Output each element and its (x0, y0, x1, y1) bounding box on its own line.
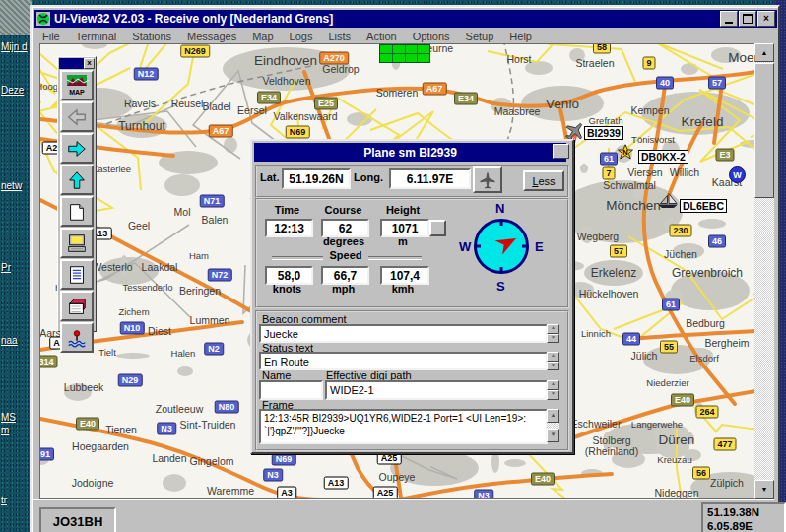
desktop-icon-label[interactable]: MS (1, 412, 31, 423)
name-field[interactable] (259, 380, 323, 400)
course-label: Course (321, 204, 365, 216)
town-label: Grevenbroich (672, 266, 743, 280)
road-badge: 477 (713, 438, 736, 451)
toolbar-close-button[interactable]: x (84, 58, 95, 69)
station-label[interactable]: BI2939 (584, 126, 623, 140)
frame-scroll-up[interactable]: ▲ (547, 409, 559, 423)
frame-scrollbar[interactable]: ▲ ▼ (547, 409, 559, 442)
status-text-spinner[interactable]: ▲▼ (547, 352, 559, 370)
road-badge: 264 (695, 406, 718, 419)
station-boat-icon[interactable] (656, 192, 680, 213)
beacon-comment-field[interactable]: Juecke (259, 324, 548, 343)
town-label: Laakdal (142, 261, 178, 273)
town-label: Kasterlee (92, 164, 131, 174)
digi-path-field[interactable]: WIDE2-1 (325, 380, 548, 400)
map-button[interactable]: MAP (60, 70, 94, 100)
terminal-button[interactable] (60, 228, 94, 258)
town-label: Zoutleeuw (156, 403, 203, 415)
wx-station-icon[interactable]: W (729, 166, 746, 183)
less-button[interactable]: Less (523, 170, 564, 191)
road-badge: N3 (157, 423, 176, 435)
status-text-field[interactable]: En Route (259, 352, 548, 370)
forward-button[interactable] (60, 133, 94, 164)
up-button[interactable] (60, 165, 94, 195)
scroll-down-button[interactable]: ▼ (754, 480, 774, 499)
road-badge: 7 (602, 167, 615, 180)
toolbar-buttons: MAP (59, 70, 95, 353)
town-label: Someren (376, 87, 419, 99)
less-button-label: Less (532, 175, 555, 187)
town-label: Krefeld (682, 114, 724, 129)
town-label: Horst (506, 53, 531, 65)
road-badge: 61 (600, 153, 618, 166)
station-star-icon[interactable]: N (617, 144, 634, 166)
menu-lists[interactable]: Lists (320, 29, 359, 44)
road-badge: 61 (662, 299, 680, 311)
scrollbar-thumb[interactable] (754, 63, 774, 198)
log-icon (66, 264, 88, 286)
close-button[interactable]: × (757, 11, 775, 27)
menu-logs[interactable]: Logs (282, 29, 321, 44)
town-label: Bergheim (705, 337, 750, 349)
lat-field[interactable]: 51.19.26N (282, 168, 351, 189)
menu-messages[interactable]: Messages (179, 29, 244, 44)
town-label: Straelen (575, 57, 614, 69)
town-label: Oupeye (379, 471, 416, 483)
road-badge: N12 (134, 68, 159, 81)
station-label[interactable]: DL6EBC (680, 199, 727, 213)
course-unit-label: degrees (315, 235, 372, 247)
window-titlebar[interactable]: UI-View32 V2.03 - Receive only [Nederlan… (34, 10, 777, 28)
frame-field[interactable]: 12:13:45R BI2939>UQ1YR6,WIDE2-1 Port=1 <… (259, 409, 548, 444)
station-label[interactable]: DB0KX-2 (638, 150, 688, 164)
menu-options[interactable]: Options (405, 29, 458, 44)
road-badge: 40 (656, 77, 674, 90)
minimize-button[interactable] (720, 11, 738, 27)
town-label: Eersel (237, 104, 267, 116)
desktop-icon-label[interactable]: Pr (1, 262, 31, 273)
frame-line2: `|'}qpZ'/'"?]}Juecke (264, 425, 543, 437)
time-field[interactable]: 12:13 (265, 219, 313, 237)
frame-scroll-down[interactable]: ▼ (547, 429, 559, 442)
notepad-button[interactable] (60, 291, 94, 321)
menu-help[interactable]: Help (501, 29, 540, 44)
menu-setup[interactable]: Setup (458, 29, 502, 44)
time-label: Time (265, 204, 309, 216)
menu-terminal[interactable]: Terminal (68, 29, 125, 44)
road-badge: 55 (660, 341, 678, 354)
desktop-icon-label[interactable]: Mijn d (1, 41, 31, 52)
maximize-button[interactable] (739, 11, 756, 27)
toolbar-titlebar[interactable]: x (59, 58, 95, 69)
road-badge: 44 (622, 333, 640, 346)
desktop-icon-label[interactable]: Deze (1, 85, 31, 96)
beacon-button[interactable] (60, 322, 94, 353)
desktop-icon-label[interactable]: naa (1, 335, 31, 346)
town-label: Valkenswaard (273, 110, 337, 122)
map-vertical-scrollbar[interactable]: ▲ ▼ (754, 43, 774, 497)
dialog-titlebar[interactable]: Plane sm BI2939 (254, 143, 566, 162)
long-field[interactable]: 6.11.97E (389, 168, 471, 189)
knots-label: knots (265, 283, 309, 295)
dialog-title-button[interactable] (553, 144, 569, 159)
beacon-comment-spinner[interactable]: ▲▼ (547, 324, 559, 343)
menu-map[interactable]: Map (244, 29, 281, 44)
town-label: Lubbeek (64, 381, 103, 393)
scroll-up-button[interactable]: ▲ (754, 43, 774, 62)
log-button[interactable] (60, 259, 94, 290)
back-button[interactable] (60, 101, 94, 132)
height-mini-button[interactable] (429, 220, 446, 236)
menu-file[interactable]: File (34, 29, 68, 44)
svg-text:MAP: MAP (69, 89, 85, 96)
desktop-icon-label[interactable]: netw (1, 180, 31, 191)
height-unit-label: m (380, 235, 426, 247)
menu-stations[interactable]: Stations (124, 29, 179, 44)
road-badge: 57 (708, 77, 726, 90)
symbol-button[interactable] (473, 166, 502, 193)
desktop-icon-label[interactable]: m (1, 425, 31, 435)
new-window-button[interactable] (60, 196, 94, 227)
digi-path-spinner[interactable]: ▲▼ (547, 380, 559, 400)
town-label: Halen (171, 348, 196, 359)
app-window: UI-View32 V2.03 - Receive only [Nederlan… (30, 5, 780, 532)
desktop-icon-label[interactable]: tr (1, 495, 31, 505)
town-label: Viersen (627, 166, 662, 178)
menu-action[interactable]: Action (359, 29, 405, 44)
